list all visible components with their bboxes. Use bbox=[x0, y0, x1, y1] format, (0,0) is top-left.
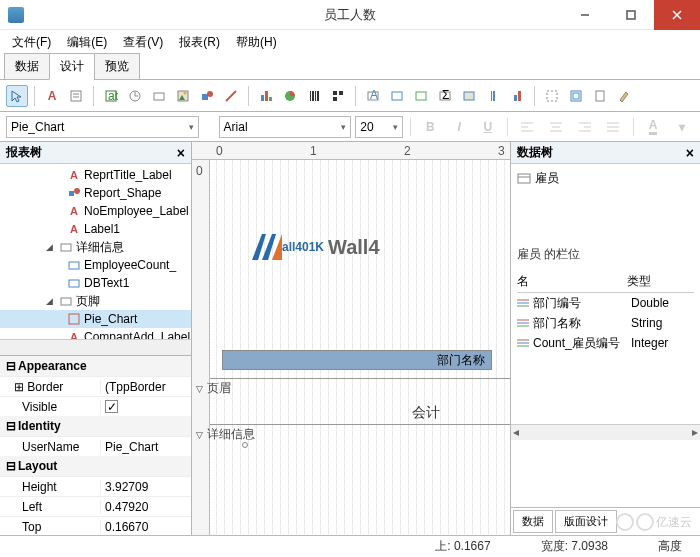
chart-tool-icon[interactable] bbox=[255, 85, 277, 107]
svg-rect-46 bbox=[69, 191, 74, 196]
right-scrollbar[interactable]: ◂▸ bbox=[511, 424, 700, 440]
format-bar: Pie_Chart▾ Arial▾ 20▾ B I U A ▾ bbox=[0, 112, 700, 142]
data-pipe[interactable]: 雇员 bbox=[517, 168, 694, 188]
tab-preview[interactable]: 预览 bbox=[94, 53, 140, 80]
status-height: 高度 bbox=[658, 538, 682, 555]
panel-close-icon[interactable]: × bbox=[686, 145, 694, 161]
close-button[interactable] bbox=[654, 0, 700, 30]
richtext-tool-icon[interactable]: ab bbox=[100, 85, 122, 107]
italic-button[interactable]: I bbox=[447, 116, 472, 138]
minimize-button[interactable] bbox=[562, 0, 608, 30]
dbbarcode-tool-icon[interactable] bbox=[482, 85, 504, 107]
variable-tool-icon[interactable] bbox=[148, 85, 170, 107]
tree-node-footer[interactable]: ◢页脚 bbox=[0, 292, 191, 310]
svg-line-18 bbox=[226, 91, 236, 101]
menu-edit[interactable]: 编辑(E) bbox=[59, 32, 115, 53]
dbrichtext-tool-icon[interactable] bbox=[410, 85, 432, 107]
band-header[interactable]: ▽页眉 bbox=[196, 380, 231, 397]
logo-image[interactable]: all401K Wall4 bbox=[252, 230, 380, 264]
svg-rect-50 bbox=[69, 280, 79, 287]
qrcode-tool-icon[interactable] bbox=[327, 85, 349, 107]
pagebreak-tool-icon[interactable] bbox=[589, 85, 611, 107]
svg-rect-32 bbox=[573, 93, 579, 99]
menu-view[interactable]: 查看(V) bbox=[115, 32, 171, 53]
panel-close-icon[interactable]: × bbox=[177, 145, 185, 161]
memo-tool-icon[interactable] bbox=[65, 85, 87, 107]
tree-scrollbar[interactable] bbox=[0, 339, 191, 355]
subreport-tool-icon[interactable] bbox=[565, 85, 587, 107]
font-color-icon[interactable]: A bbox=[641, 116, 666, 138]
tab-bottom-layout[interactable]: 版面设计 bbox=[555, 510, 617, 533]
maximize-button[interactable] bbox=[608, 0, 654, 30]
bottom-tabs: 数据 版面设计 bbox=[511, 507, 700, 535]
toolbar: A ab A Σ bbox=[0, 80, 700, 112]
band-detail[interactable]: ▽详细信息 bbox=[196, 426, 255, 443]
tree-node-detail[interactable]: ◢详细信息 bbox=[0, 238, 191, 256]
label-tool-icon[interactable]: A bbox=[41, 85, 63, 107]
shape-tool-icon[interactable] bbox=[196, 85, 218, 107]
svg-rect-12 bbox=[154, 93, 164, 100]
tree-node: ReprtTitle_Label bbox=[0, 166, 191, 184]
field-row[interactable]: 部门名称String bbox=[517, 313, 694, 333]
dbtext-tool-icon[interactable]: A bbox=[362, 85, 384, 107]
align-right-icon[interactable] bbox=[572, 116, 597, 138]
paintbox-tool-icon[interactable] bbox=[613, 85, 635, 107]
align-left-icon[interactable] bbox=[515, 116, 540, 138]
svg-rect-1 bbox=[627, 11, 635, 19]
underline-button[interactable]: U bbox=[475, 116, 500, 138]
tree-node: Report_Shape bbox=[0, 184, 191, 202]
align-center-icon[interactable] bbox=[544, 116, 569, 138]
field-row[interactable]: 部门编号Double bbox=[517, 293, 694, 313]
image-tool-icon[interactable] bbox=[172, 85, 194, 107]
barcode-tool-icon[interactable] bbox=[303, 85, 325, 107]
svg-point-15 bbox=[184, 91, 187, 94]
tab-data[interactable]: 数据 bbox=[4, 53, 50, 80]
pie-tool-icon[interactable] bbox=[279, 85, 301, 107]
app-icon bbox=[8, 7, 24, 23]
svg-rect-52 bbox=[69, 314, 79, 324]
svg-rect-53 bbox=[518, 174, 530, 183]
main-tabs: 数据 设计 预览 bbox=[0, 54, 700, 80]
visible-checkbox[interactable]: ✓ bbox=[105, 400, 118, 413]
menu-report[interactable]: 报表(R) bbox=[171, 32, 228, 53]
property-grid[interactable]: ⊟Appearance ⊞ Border(TppBorder Visible✓ … bbox=[0, 355, 191, 535]
band-marker bbox=[242, 442, 248, 448]
menu-file[interactable]: 文件(F) bbox=[4, 32, 59, 53]
fontsize-combo[interactable]: 20▾ bbox=[355, 116, 403, 138]
line-tool-icon[interactable] bbox=[220, 85, 242, 107]
tab-design[interactable]: 设计 bbox=[49, 53, 95, 80]
font-combo[interactable]: Arial▾ bbox=[219, 116, 352, 138]
svg-rect-49 bbox=[69, 262, 79, 269]
tree-node: EmployeeCount_ bbox=[0, 256, 191, 274]
svg-rect-16 bbox=[202, 94, 208, 100]
report-tree[interactable]: ReprtTitle_Label Report_Shape NoEmployee… bbox=[0, 164, 191, 339]
svg-rect-51 bbox=[61, 298, 71, 305]
status-width: 宽度: 7.0938 bbox=[541, 538, 608, 555]
svg-rect-4 bbox=[71, 91, 81, 101]
align-justify-icon[interactable] bbox=[601, 116, 626, 138]
svg-point-47 bbox=[74, 188, 80, 194]
dbmemo-tool-icon[interactable] bbox=[386, 85, 408, 107]
dbchart-tool-icon[interactable] bbox=[506, 85, 528, 107]
menu-help[interactable]: 帮助(H) bbox=[228, 32, 285, 53]
dbcalc-tool-icon[interactable]: Σ bbox=[434, 85, 456, 107]
svg-rect-25 bbox=[392, 92, 402, 100]
calc-label[interactable]: 会计 bbox=[412, 404, 440, 422]
report-tree-header: 报表树 × bbox=[0, 142, 191, 164]
region-tool-icon[interactable] bbox=[541, 85, 563, 107]
dbimage-tool-icon[interactable] bbox=[458, 85, 480, 107]
bold-button[interactable]: B bbox=[418, 116, 443, 138]
tree-node: CompantAdd_Label bbox=[0, 328, 191, 339]
select-tool-icon[interactable] bbox=[6, 85, 28, 107]
tree-node-piechart[interactable]: Pie_Chart bbox=[0, 310, 191, 328]
sysvar-tool-icon[interactable] bbox=[124, 85, 146, 107]
svg-text:A: A bbox=[370, 89, 378, 102]
design-canvas[interactable]: 0 1 2 3 0 all401K Wall4 部门名称 ▽页眉 会计 ▽详细信… bbox=[192, 142, 510, 535]
pie-chart-object[interactable]: 部门名称 bbox=[222, 350, 492, 370]
object-combo[interactable]: Pie_Chart▾ bbox=[6, 116, 199, 138]
field-row[interactable]: Count_雇员编号Integer bbox=[517, 333, 694, 353]
titlebar: 员工人数 bbox=[0, 0, 700, 30]
svg-text:Σ: Σ bbox=[442, 89, 449, 102]
dropdown-icon[interactable]: ▾ bbox=[669, 116, 694, 138]
tab-bottom-data[interactable]: 数据 bbox=[513, 510, 553, 533]
